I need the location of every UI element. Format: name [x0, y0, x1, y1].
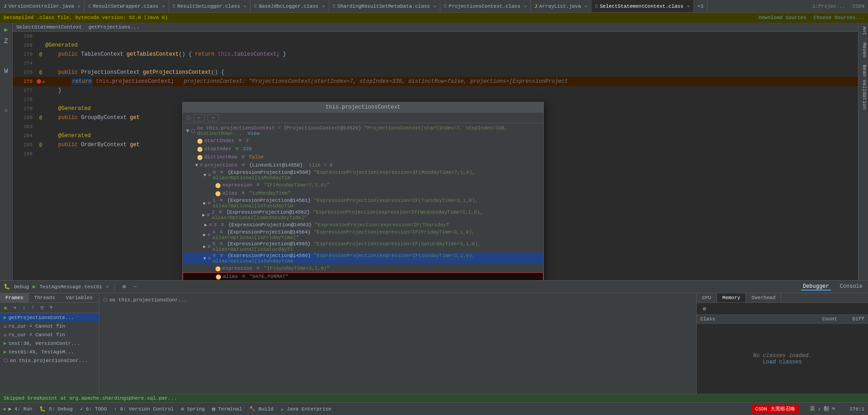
- frames-subtab[interactable]: Frames: [0, 293, 29, 302]
- tree-expand-5[interactable]: [203, 244, 206, 249]
- tab-close-icon[interactable]: ✕: [687, 4, 690, 9]
- frame-item-4[interactable]: ▶ test01:49, TestAgsM...: [0, 348, 99, 356]
- obj-icon: ⬡: [4, 358, 8, 363]
- tab-close-icon[interactable]: ✕: [244, 4, 246, 9]
- run-icon[interactable]: ▶: [1, 24, 11, 34]
- variables-subtab[interactable]: Variables: [61, 293, 98, 302]
- step-out-btn[interactable]: ↑: [29, 304, 37, 312]
- load-classes-link[interactable]: Load classes: [763, 359, 802, 365]
- tree-expand-4[interactable]: [203, 232, 206, 238]
- tooltip-popup: this.projectionsContext ⬡ ← → ⬡ oo this.…: [182, 102, 544, 280]
- arr-icon: ≡: [208, 232, 211, 238]
- resume-btn[interactable]: ▶: [2, 304, 10, 312]
- step-over-btn[interactable]: ↷: [11, 304, 19, 312]
- filter-btn[interactable]: ▽: [38, 304, 46, 312]
- tooltip-forward-btn[interactable]: →: [208, 114, 219, 121]
- tree-row-expr-6[interactable]: ⬤ expression = "IF(SundayTime=3,1,0)": [183, 264, 543, 272]
- view-link[interactable]: View: [248, 131, 259, 136]
- tab-arraylist[interactable]: J ArrayList.java ✕: [531, 0, 591, 12]
- tree-expand-root[interactable]: [186, 129, 189, 134]
- tree-row-stopindex[interactable]: ⬤ stopIndex = 338: [183, 145, 543, 153]
- field-icon: ⬤: [215, 266, 221, 272]
- right-panel-label-1: 1:Projec...: [812, 4, 845, 9]
- profiler-settings-btn[interactable]: ⚙: [700, 305, 708, 313]
- spring-btn[interactable]: ⚙ Spring: [181, 406, 205, 412]
- bean-validation-label[interactable]: Bean Validation: [859, 61, 868, 113]
- tooltip-tree: ⬡ oo this.projectionsContext = {Projecti…: [183, 123, 543, 280]
- tree-row-root[interactable]: ⬡ oo this.projectionsContext = {Projecti…: [183, 125, 543, 137]
- run-btn[interactable]: ▶ ▶ 4: Run: [4, 406, 32, 412]
- favorites-icon[interactable]: ☆: [1, 105, 11, 115]
- memory-tab[interactable]: Memory: [717, 293, 746, 302]
- tab-projectionscontext[interactable]: C ProjectionsContext.class ✕: [440, 0, 531, 12]
- tab-close-icon[interactable]: ✕: [524, 4, 527, 9]
- tab-close-icon[interactable]: ✕: [434, 4, 436, 9]
- tree-row-expr-0[interactable]: ⬤ expression = "IF(MondayTime=?,1,0)": [183, 181, 543, 189]
- debug-close-btn[interactable]: −: [131, 283, 139, 291]
- class-file-icon: C: [88, 4, 91, 9]
- tab-close-icon[interactable]: ✕: [78, 4, 80, 9]
- tree-expand-6[interactable]: [203, 256, 206, 261]
- warning-icon: ⚠: [42, 79, 45, 84]
- tree-row-6[interactable]: ≡ 6 = {ExpressionProjection@14566} "Expr…: [183, 253, 543, 264]
- bottom-toolbar: ▶ ▶ 4: Run 🐛 5: Debug ✓ 6: TODO ↑ 9: Ver…: [0, 402, 868, 415]
- tree-expand-0[interactable]: [203, 173, 206, 178]
- breadcrumb: SelectStatementContext › getProjections.…: [13, 23, 858, 32]
- run-icon: ▶: [4, 406, 7, 412]
- threads-subtab[interactable]: Threads: [29, 293, 61, 302]
- tree-row-projections[interactable]: ≡ projections = {LinkedList@14558} size …: [183, 161, 543, 169]
- debugger-tab[interactable]: Debugger: [801, 283, 831, 291]
- cpu-tab[interactable]: CPU: [697, 293, 717, 302]
- java-enterprise-btn[interactable]: ☕ Java Enterprise: [281, 406, 331, 412]
- step-into-btn[interactable]: ↓: [20, 304, 28, 312]
- tree-row-3[interactable]: ≡ 3 = {ExpressionProjection@14563} "Expr…: [183, 221, 543, 229]
- tab-close-icon[interactable]: ✕: [162, 4, 165, 9]
- tree-row-alias-0[interactable]: ⬤ alias = "isMondayTime": [183, 189, 543, 197]
- frame-item-2[interactable]: ⚠ rs_cur = Cannot fin: [0, 330, 99, 339]
- tree-expand-2[interactable]: [203, 212, 205, 218]
- tree-expand-projections[interactable]: [195, 163, 198, 168]
- choose-sources-link[interactable]: Choose Sources...: [814, 15, 864, 20]
- tree-row-1[interactable]: ≡ 1 = {ExpressionProjection@14561} "Expr…: [183, 197, 543, 209]
- tab-shardingresultsetmetadata[interactable]: C ShardingResultSetMetaData.class ✕: [329, 0, 440, 12]
- maven-panel-label[interactable]: Maven: [859, 39, 868, 61]
- web-icon[interactable]: W: [1, 66, 11, 76]
- ant-panel-label[interactable]: Ant: [859, 23, 868, 39]
- tab-more[interactable]: +3: [694, 0, 708, 12]
- frame-item-0[interactable]: ▶ getProjectionsConte...: [0, 313, 99, 322]
- tab-resultsetwrapper[interactable]: C ResultSetWrapper.class ✕: [85, 0, 169, 12]
- tab-close-icon[interactable]: ✕: [322, 4, 325, 9]
- version-control-btn[interactable]: ↑ 9: Version Control: [114, 406, 174, 412]
- debug-btn[interactable]: 🐛 5: Debug: [39, 406, 72, 412]
- frame-item-1[interactable]: ⚠ rs_cur = Cannot fin: [0, 322, 99, 330]
- tree-row-alias-6[interactable]: ⬤ alias = "DATE_FORMAT": [183, 272, 543, 280]
- todo-btn[interactable]: ✓ 6: TODO: [80, 406, 107, 412]
- tab-selectstatementcontext[interactable]: C SelectStatementContext.class ✕: [591, 0, 693, 12]
- terminal-btn[interactable]: ▤ Terminal: [212, 406, 242, 412]
- tab-resultsetlogger[interactable]: C ResultSetLogger.class ✕: [169, 0, 250, 12]
- tab-basejdbclogger[interactable]: C BaseJdbcLogger.class ✕: [250, 0, 329, 12]
- frame-item-5[interactable]: ⬡ oo this.projectionsConr...: [0, 356, 99, 365]
- csdn-bar[interactable]: CSDN 大黑暗召唤: [752, 405, 799, 413]
- add-btn[interactable]: +: [47, 304, 55, 312]
- tree-row-2[interactable]: ≡ 2 = {ExpressionProjection@14562} "Expr…: [183, 209, 543, 221]
- debug-content: Frames Threads Variables ▶ ↷ ↓ ↑ ▽ + ▶ g: [0, 293, 868, 394]
- console-tab[interactable]: Console: [838, 283, 864, 291]
- frame-item-3[interactable]: ▶ test:30, VersionContr...: [0, 339, 99, 348]
- tab-close-icon[interactable]: ✕: [585, 4, 587, 9]
- debug-settings-btn[interactable]: ⚙: [120, 283, 128, 291]
- build-btn[interactable]: 🔨 Build: [249, 406, 274, 412]
- tree-row-5[interactable]: ≡ 5 = {ExpressionProjection@14565} "Expr…: [183, 241, 543, 253]
- tooltip-back-btn[interactable]: ←: [193, 114, 205, 121]
- overhead-tab[interactable]: Overhead: [746, 293, 781, 302]
- tree-row-distinctrow[interactable]: ⬤ distinctRow = false: [183, 153, 543, 161]
- tree-row-0[interactable]: ≡ 0 = {ExpressionProjection@14560} "Expr…: [183, 169, 543, 181]
- tree-row-startindex[interactable]: ⬤ startIndex = 7: [183, 137, 543, 145]
- debug-tabs: Debugger Console: [801, 283, 864, 291]
- tree-expand-1[interactable]: [203, 200, 206, 206]
- structure-icon[interactable]: Z: [1, 36, 11, 46]
- tree-row-4[interactable]: ≡ 4 = {ExpressionProjection@14564} "Expr…: [183, 229, 543, 241]
- tree-expand-3[interactable]: [204, 222, 207, 228]
- download-sources-link[interactable]: Download Sources: [759, 15, 807, 20]
- tab-versioncontroller[interactable]: J VersionController.java ✕: [0, 0, 85, 12]
